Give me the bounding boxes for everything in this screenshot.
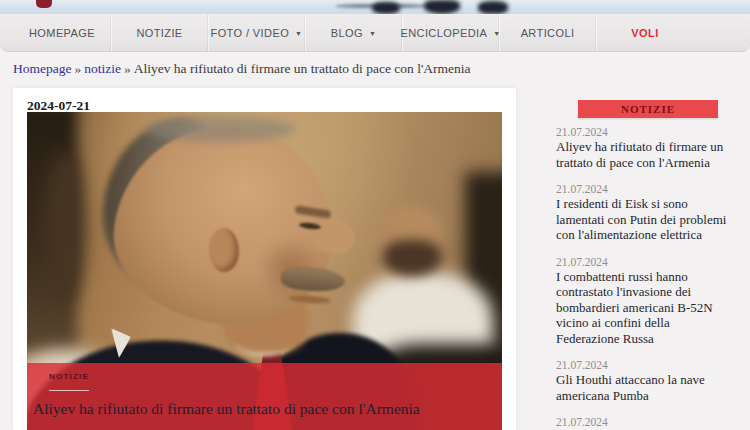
photo-subject-face bbox=[209, 228, 239, 272]
header-image-strip bbox=[0, 0, 750, 14]
list-item[interactable]: 21.07.2024 Aliyev ha rifiutato di firmar… bbox=[556, 126, 748, 170]
news-item-title[interactable]: I residenti di Eisk si sono lamentati co… bbox=[556, 196, 736, 243]
list-item[interactable]: 21.07.2024 Gli Houthi attaccano la nave … bbox=[556, 359, 748, 403]
article-title[interactable]: Aliyev ha rifiutato di firmare un tratta… bbox=[33, 400, 493, 418]
sidebar-news-list: 21.07.2024 Aliyev ha rifiutato di firmar… bbox=[556, 126, 748, 430]
photo-background-person bbox=[383, 240, 441, 276]
chevron-down-icon: ▼ bbox=[369, 30, 376, 37]
header-photo-shape bbox=[478, 1, 508, 14]
breadcrumb-section-link[interactable]: notizie bbox=[84, 61, 121, 76]
nav-item-foto-video[interactable]: FOTO / VIDEO ▼ bbox=[208, 14, 305, 51]
nav-item-enciclopedia[interactable]: ENCICLOPEDIA ▼ bbox=[402, 14, 499, 51]
breadcrumb-current: Aliyev ha rifiutato di firmare un tratta… bbox=[134, 61, 471, 76]
news-item-title[interactable]: I combattenti russi hanno contrastato l'… bbox=[556, 269, 736, 347]
news-item-date: 21.07.2024 bbox=[556, 256, 748, 268]
photo-title-overlay: NOTIZIE Aliyev ha rifiutato di firmare u… bbox=[27, 363, 502, 430]
article-date: 2024-07-21 bbox=[13, 88, 516, 114]
category-badge[interactable]: NOTIZIE bbox=[49, 372, 89, 381]
chevron-down-icon: ▼ bbox=[493, 30, 500, 37]
divider bbox=[49, 390, 89, 391]
nav-label: BLOG bbox=[331, 27, 363, 39]
header-photo-shape bbox=[372, 2, 400, 14]
nav-label: ARTICOLI bbox=[521, 27, 575, 39]
header-photo-shape bbox=[424, 0, 460, 14]
nav-item-articoli[interactable]: ARTICOLI bbox=[499, 14, 596, 51]
nav-label: NOTIZIE bbox=[136, 27, 182, 39]
list-item[interactable]: 21.07.2024 I residenti di Eisk si sono l… bbox=[556, 183, 748, 243]
photo-subject-hair bbox=[145, 116, 295, 142]
article-card: 2024-07-21 NOTIZIE Aliyev ha rifiutato bbox=[13, 88, 516, 430]
news-item-title[interactable]: Gli Houthi attaccano la nave americana P… bbox=[556, 372, 736, 403]
nav-label: FOTO / VIDEO bbox=[211, 27, 290, 39]
nav-label: VOLI bbox=[631, 27, 658, 39]
news-item-date: 21.07.2024 bbox=[556, 359, 748, 371]
breadcrumb: Homepage»notizie»Aliyev ha rifiutato di … bbox=[13, 61, 733, 77]
nav-item-blog[interactable]: BLOG ▼ bbox=[305, 14, 402, 51]
sidebar-header-notizie[interactable]: NOTIZIE bbox=[578, 100, 718, 118]
news-item-date: 21.07.2024 bbox=[556, 126, 748, 138]
article-photo: NOTIZIE Aliyev ha rifiutato di firmare u… bbox=[27, 112, 502, 430]
nav-label: HOMEPAGE bbox=[29, 27, 95, 39]
news-item-date: 21.07.2024 bbox=[556, 183, 748, 195]
nav-item-homepage[interactable]: HOMEPAGE bbox=[14, 14, 111, 51]
nav-label: ENCICLOPEDIA bbox=[400, 27, 487, 39]
breadcrumb-separator: » bbox=[121, 61, 134, 76]
news-item-date: 21.07.2024 bbox=[556, 416, 748, 428]
main-navbar: HOMEPAGE NOTIZIE FOTO / VIDEO ▼ BLOG ▼ E… bbox=[0, 14, 750, 52]
nav-item-voli[interactable]: VOLI bbox=[596, 14, 693, 51]
photo-background-shape bbox=[45, 152, 85, 302]
nav-item-notizie[interactable]: NOTIZIE bbox=[111, 14, 208, 51]
news-sidebar: NOTIZIE 21.07.2024 Aliyev ha rifiutato d… bbox=[556, 100, 748, 430]
site-logo bbox=[36, 0, 52, 8]
chevron-down-icon: ▼ bbox=[295, 30, 302, 37]
breadcrumb-separator: » bbox=[71, 61, 84, 76]
news-item-title[interactable]: Aliyev ha rifiutato di firmare un tratta… bbox=[556, 139, 736, 170]
list-item[interactable]: 21.07.2024 I combattenti russi hanno con… bbox=[556, 256, 748, 347]
list-item[interactable]: 21.07.2024 Ministero della Difesa russo:… bbox=[556, 416, 748, 430]
breadcrumb-home-link[interactable]: Homepage bbox=[13, 61, 71, 76]
